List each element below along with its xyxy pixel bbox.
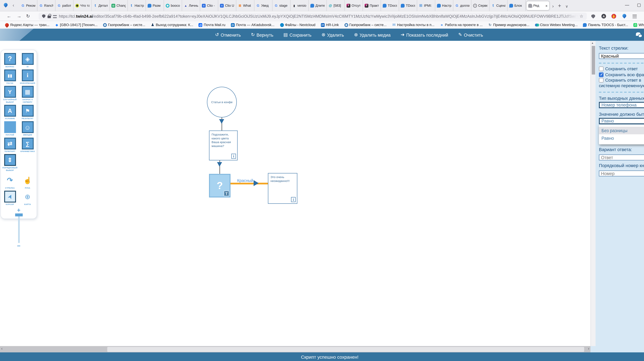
browser-tab[interactable]: Gstage: [272, 0, 290, 11]
output-type-select[interactable]: Номер телефона: [599, 102, 644, 108]
toolbar-button-clear[interactable]: ✎Очистить: [458, 32, 483, 37]
browser-tab[interactable]: GRanch: [38, 0, 56, 11]
bookmark-item[interactable]: ⋯Файлы - Nextcloud: [280, 23, 315, 27]
url-text[interactable]: https://tcl.twin24.ai/editor/35caf79b-c6…: [59, 14, 578, 19]
horizontal-scrollbar[interactable]: [0, 346, 590, 352]
browser-tab[interactable]: Длите: [309, 0, 327, 11]
palette-tool-result[interactable]: ⚑: [22, 105, 33, 117]
lock-icon[interactable]: [48, 16, 51, 18]
browser-tab[interactable]: GУвед: [254, 0, 272, 11]
palette-tool-question[interactable]: ?: [4, 53, 16, 65]
bookmark-item[interactable]: Газпромбанк – систе...: [344, 23, 386, 27]
bookmark-item[interactable]: ↻Пример индексиров...: [488, 23, 529, 27]
edge-label[interactable]: Красный: [234, 178, 257, 183]
vertical-scrollbar[interactable]: [590, 41, 596, 352]
tab-new-icon[interactable]: [558, 3, 561, 9]
checkbox-row[interactable]: Сохранить ответ в системную переменную: [599, 78, 644, 89]
bookmark-item[interactable]: ♟Выход сотрудника: К...: [151, 23, 193, 27]
browser-tab[interactable]: Gдолла: [454, 0, 472, 11]
bookmark-item[interactable]: Панель TDOCS - Быст...: [583, 23, 628, 27]
browser-tab[interactable]: TDocs: [399, 0, 417, 11]
bookmark-item[interactable]: ✆WhatsApp: [634, 23, 644, 27]
browser-tab[interactable]: ⊞Chang: [110, 0, 128, 11]
palette-tool-arithmetic[interactable]: ∑: [22, 138, 33, 149]
dropdown-option[interactable]: Равно: [599, 134, 644, 142]
yandex-extension-icon[interactable]: [622, 13, 627, 19]
button-number-input[interactable]: [599, 170, 644, 176]
browser-tab[interactable]: tСцена: [490, 0, 508, 11]
scroll-left-icon[interactable]: [1, 346, 2, 351]
checkbox-unchecked[interactable]: [599, 67, 604, 71]
palette-tool-map[interactable]: ⊕: [22, 191, 33, 202]
bookmark-item[interactable]: ◆[GBO-18417] [Технич...: [55, 23, 98, 27]
browser-tab[interactable]: Блок: [508, 0, 526, 11]
toolbar-button-redo[interactable]: ↻Вернуть: [251, 32, 273, 37]
forward-button[interactable]: [17, 14, 22, 19]
vertical-scrollbar-thumb[interactable]: [592, 46, 595, 75]
toolbar-button-delete-media[interactable]: ⊗Удалить медиа: [354, 32, 391, 37]
browser-tab[interactable]: ≣What: [236, 0, 254, 11]
edge-red-answer[interactable]: [230, 183, 268, 184]
chat-icon[interactable]: [636, 32, 642, 37]
browser-tab[interactable]: ≡Clio U: [218, 0, 236, 11]
bookmark-item[interactable]: HRHR-Link: [321, 23, 339, 27]
arrow-text-input[interactable]: [599, 53, 644, 59]
menu-icon[interactable]: [632, 15, 637, 18]
tab-overflow-icon[interactable]: [552, 3, 554, 8]
zoom-in-icon[interactable]: +: [17, 208, 20, 213]
palette-tool-server[interactable]: ▦: [22, 86, 33, 98]
extension-shield-icon[interactable]: [591, 14, 595, 19]
browser-tab[interactable]: TDocs: [381, 0, 399, 11]
bookmark-item[interactable]: @Почта Mail.ru: [198, 23, 225, 27]
adblock-icon[interactable]: ✋: [612, 14, 616, 19]
reload-button[interactable]: [26, 14, 30, 19]
browser-tab[interactable]: YОтсут: [345, 0, 363, 11]
bookmark-item[interactable]: »Работа на проекте в ...: [440, 23, 482, 27]
checkbox-row[interactable]: Сохранить ответ: [599, 67, 644, 72]
palette-tool-info[interactable]: i: [22, 70, 33, 81]
back-button[interactable]: [7, 14, 11, 19]
browser-tab[interactable]: Настр: [435, 0, 454, 11]
permissions-icon[interactable]: [53, 15, 57, 18]
bookmark-item[interactable]: Cisco Webex Meeting...: [535, 23, 578, 27]
tab-scroll-left-icon[interactable]: ‹: [12, 3, 14, 8]
browser-tab[interactable]: tДетал: [92, 0, 110, 11]
editor-canvas[interactable]: ?ВОПРОС◈AI▮▮ПАУЗАiИНФОРМАЦИЯYСЛУЧАЙНЫЙ В…: [0, 41, 644, 352]
checkbox-row[interactable]: Сохранить всю фразу: [599, 72, 644, 78]
flow-result-box[interactable]: Это очень неожиданно!!!: [268, 173, 298, 204]
palette-tool-cursor[interactable]: ➤: [4, 191, 16, 202]
checkbox-checked[interactable]: [599, 72, 604, 77]
browser-tab[interactable]: ▮versio: [290, 0, 308, 11]
browser-tab[interactable]: ▲Личны: [182, 0, 200, 11]
browser-tab[interactable]: ≡Clio -: [200, 0, 218, 11]
horizontal-scrollbar-thumb[interactable]: [107, 347, 584, 352]
zoom-slider-thumb[interactable]: [15, 213, 22, 216]
tab-close-icon[interactable]: ×: [545, 4, 548, 8]
zoom-slider[interactable]: [18, 213, 20, 243]
answer-variant-input[interactable]: [599, 154, 644, 160]
palette-tool-teleport[interactable]: ⇄: [4, 138, 16, 149]
palette-tool-condition[interactable]: A: [4, 105, 16, 117]
palette-tool-ordinal[interactable]: ⇕: [4, 154, 16, 166]
bookmark-item[interactable]: Газпромбанк – систе...: [103, 23, 145, 27]
window-restore-button[interactable]: [637, 3, 641, 7]
toolbar-button-undo[interactable]: ↺Отменить: [215, 32, 241, 37]
palette-tool-ai[interactable]: ◈: [22, 53, 33, 65]
window-minimize-button[interactable]: [625, 3, 629, 7]
toolbar-button-delete[interactable]: ⊗Удалить: [322, 32, 344, 37]
browser-tab[interactable]: tНастр: [128, 0, 146, 11]
bookmark-item[interactable]: ✉Настройка почты в п...: [392, 23, 434, 27]
bookmark-item[interactable]: OПочта — AKadubovsk...: [231, 23, 274, 27]
browser-tab[interactable]: Разм: [146, 0, 164, 11]
palette-tool-pause[interactable]: ▮▮: [4, 70, 16, 81]
browser-tab[interactable]: @[583]: [327, 0, 345, 11]
tab-list-btn-icon[interactable]: [565, 3, 568, 8]
flow-start-node[interactable]: Статьи в конфе: [207, 87, 237, 117]
palette-tool-hand[interactable]: ☝: [22, 174, 33, 186]
browser-tab[interactable]: YПракт: [363, 0, 381, 11]
tracking-shield-icon[interactable]: [42, 14, 46, 18]
browser-tab[interactable]: booco: [164, 0, 182, 11]
dropdown-option[interactable]: Без разницы: [599, 127, 644, 134]
zoom-out-icon[interactable]: −: [17, 244, 20, 248]
account-extension-icon[interactable]: A: [601, 14, 606, 19]
